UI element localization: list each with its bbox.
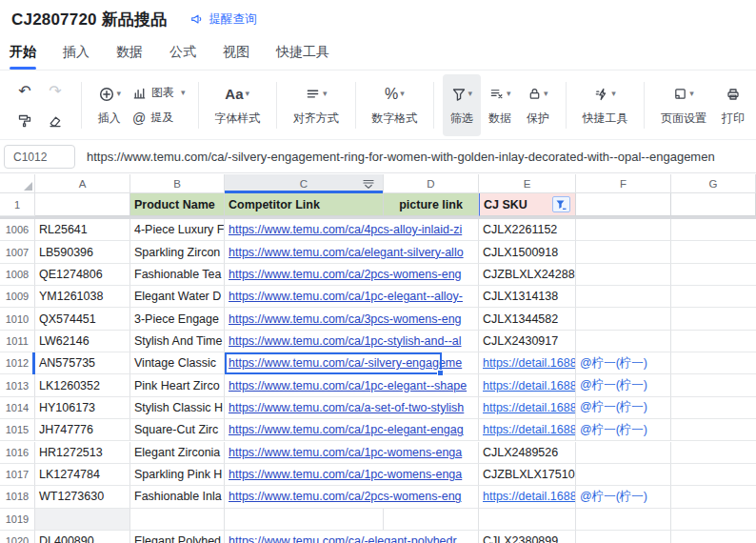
alignment-button[interactable]: ▾ 对齐方式 [286,74,347,136]
cell-C1009[interactable]: https://www.temu.com/ca/1pc-elegant--all… [225,286,479,308]
data-button[interactable]: ▾ 数据 [481,74,519,136]
header-cell-C1[interactable]: Competitor Link [225,193,384,216]
row-header-1019[interactable]: 1019 [0,509,35,531]
cell-E1008[interactable]: CJZBLXLX24288 [479,264,576,286]
cell-E1017[interactable]: CJZBLXLX17510 [479,464,576,486]
cell-E1010[interactable]: CJLX1344582 [479,308,576,330]
cell-C1007[interactable]: https://www.temu.com/ca/elegant-silvery-… [225,241,479,263]
competitor-link-1014[interactable]: https://www.temu.com/ca/a-set-of-two-sty… [229,401,464,414]
font-style-button[interactable]: Aa▾ 字体样式 [207,74,268,136]
row-header-1011[interactable]: 1011 [0,331,35,352]
cell-F1018[interactable]: @柠一(柠一) [576,486,671,508]
cell-B1016[interactable]: Elegant Zirconia [130,442,225,464]
redo-button[interactable]: ↷ [43,78,68,103]
cell-A1007[interactable]: LB590396 [35,241,130,263]
quick-tools-button[interactable]: ▾ 快捷工具 [574,74,635,136]
cell-G1009[interactable] [671,286,756,308]
cell-F1019[interactable] [576,509,671,531]
cell-G1012[interactable] [671,352,756,374]
cell-A1014[interactable]: HY106173 [35,397,130,419]
fill-handle[interactable] [437,370,444,376]
column-header-A[interactable]: A [35,174,130,193]
cell-C1006[interactable]: https://www.temu.com/ca/4pcs-alloy-inlai… [225,219,479,241]
cell-B1007[interactable]: Sparkling Zircon [130,241,225,263]
cell-D1019[interactable] [384,509,479,531]
competitor-link-1015[interactable]: https://www.temu.com/ca/1pc-elegant-enga… [229,423,464,436]
cell-C1008[interactable]: https://www.temu.com/ca/2pcs-womens-eng [225,264,479,286]
cell-C1017[interactable]: https://www.temu.com/ca/1pc-womens-enga [225,464,479,486]
competitor-link-1010[interactable]: https://www.temu.com/ca/3pcs-womens-eng [229,312,462,326]
cell-C1020[interactable]: https://www.temu.com/ca/-elegant-polyhed… [225,531,479,543]
cell-F1012[interactable]: @柠一(柠一) [576,352,671,374]
row-header-1016[interactable]: 1016 [0,442,35,464]
header-cell-D1[interactable]: picture link [384,193,479,216]
row-header-1015[interactable]: 1015 [0,419,35,441]
cell-F1020[interactable] [576,531,671,543]
formula-input[interactable]: https://www.temu.com/ca/-silvery-engagem… [87,150,756,164]
cell-A1019[interactable] [35,509,130,531]
menu-tab-数据[interactable]: 数据 [116,38,143,70]
cell-A1011[interactable]: LW62146 [35,331,130,352]
cell-C1014[interactable]: https://www.temu.com/ca/a-set-of-two-sty… [225,397,479,419]
protect-button[interactable]: ▾ 保护 [519,74,557,136]
header-cell-F1[interactable] [576,193,671,216]
cell-E1016[interactable]: CJLX2489526 [479,442,576,464]
print-button[interactable]: 打印 [714,74,752,136]
cell-G1017[interactable] [671,464,756,486]
cell-F1014[interactable]: @柠一(柠一) [576,397,671,419]
cell-B1011[interactable]: Stylish And Time [130,331,225,352]
cell-E1007[interactable]: CJLX1500918 [479,241,576,263]
row-header-1010[interactable]: 1010 [0,308,35,330]
cell-F1013[interactable]: @柠一(柠一) [576,374,671,396]
row-header-1014[interactable]: 1014 [0,397,35,419]
cell-C1011[interactable]: https://www.temu.com/ca/1pc-stylish-and-… [225,331,479,352]
cell-A1020[interactable]: DL400890 [35,531,130,543]
cell-B1020[interactable]: Elegant Polyhed [130,531,225,543]
cell-G1019[interactable] [671,509,756,531]
cell-E1013[interactable]: https://detail.1688.com/offer/7962 [479,374,576,396]
row-header-1013[interactable]: 1013 [0,374,35,396]
cell-F1008[interactable] [576,264,671,286]
competitor-link-1006[interactable]: https://www.temu.com/ca/4pcs-alloy-inlai… [229,223,462,236]
cell-A1018[interactable]: WT1273630 [35,486,130,508]
cell-A1017[interactable]: LK1274784 [35,464,130,486]
cell-G1015[interactable] [671,419,756,441]
format-painter-button[interactable] [12,109,37,133]
competitor-link-1013[interactable]: https://www.temu.com/ca/1pc-elegant--sha… [229,379,467,392]
cell-E1015[interactable]: https://detail.1688.com/offer/9121 [479,419,576,441]
cell-G1011[interactable] [671,331,756,352]
cell-B1008[interactable]: Fashionable Tea [130,264,225,286]
select-all-corner[interactable] [0,174,35,193]
cell-B1009[interactable]: Elegant Water D [130,286,225,308]
menu-tab-公式[interactable]: 公式 [169,38,196,70]
cell-E1009[interactable]: CJLX1314138 [479,286,576,308]
cell-F1015[interactable]: @柠一(柠一) [576,419,671,441]
undo-button[interactable]: ↶ [12,78,37,103]
cell-B1015[interactable]: Square-Cut Zirc [130,419,225,441]
cell-G1006[interactable] [671,219,756,241]
eraser-button[interactable] [43,109,68,133]
cell-A1016[interactable]: HR1272513 [35,442,130,464]
competitor-link-1011[interactable]: https://www.temu.com/ca/1pc-stylish-and-… [229,334,462,348]
cell-B1006[interactable]: 4-Piece Luxury F [130,219,225,241]
column-header-B[interactable]: B [130,174,225,193]
cell-G1014[interactable] [671,397,756,419]
menu-tab-插入[interactable]: 插入 [63,38,90,70]
cell-B1013[interactable]: Pink Heart Zirco [130,374,225,396]
competitor-link-1016[interactable]: https://www.temu.com/ca/1pc-womens-enga [229,446,462,459]
cj-sku-link-1013[interactable]: https://detail.1688.com/offer/7962 [483,379,576,392]
cell-E1020[interactable]: CJLX2380899 [479,531,576,543]
cell-C1015[interactable]: https://www.temu.com/ca/1pc-elegant-enga… [225,419,479,441]
active-filter-icon[interactable] [552,196,570,212]
column-header-E[interactable]: E [479,174,576,193]
row-header-1009[interactable]: 1009 [0,286,35,308]
cell-F1010[interactable] [576,308,671,330]
cell-F1007[interactable] [576,241,671,263]
row-header-1[interactable]: 1 [0,193,35,216]
row-header-1006[interactable]: 1006 [0,219,35,241]
cell-G1010[interactable] [671,308,756,330]
cj-sku-link-1012[interactable]: https://detail.1688.com/offer/6816 [483,356,576,370]
cell-B1017[interactable]: Sparkling Pink H [130,464,225,486]
competitor-link-1007[interactable]: https://www.temu.com/ca/elegant-silvery-… [229,246,464,259]
header-cell-B1[interactable]: Product Name [130,193,225,216]
